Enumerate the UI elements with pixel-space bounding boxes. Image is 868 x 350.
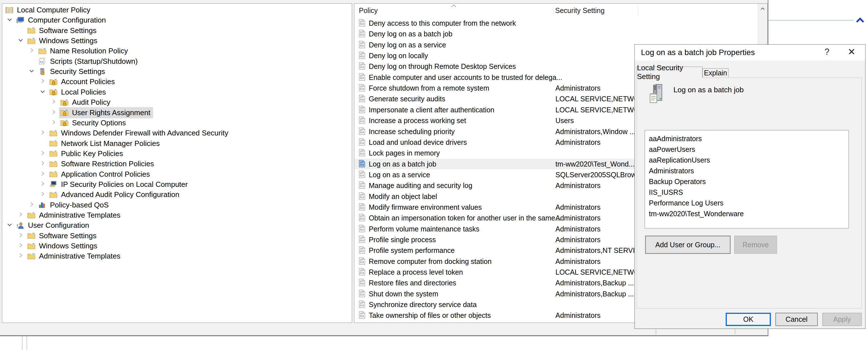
tree-item-scripts-startup-shutdown[interactable]: Scripts (Startup/Shutdown) xyxy=(2,56,352,66)
policy-doc-icon: 10010 xyxy=(358,149,366,157)
policy-name: Increase scheduling priority xyxy=(369,128,455,136)
policy-row-deny-log-on-as-a-batch-job[interactable]: 10010Deny log on as a batch job xyxy=(355,29,758,39)
tree-item-label: Administrative Templates xyxy=(39,211,121,220)
qos-icon xyxy=(38,201,46,209)
chevron-collapsed-icon[interactable] xyxy=(39,77,46,85)
tree-item-account-policies[interactable]: Account Policies xyxy=(2,76,352,86)
member-item-performance-log-users[interactable]: Performance Log Users xyxy=(649,198,848,208)
svg-text:010: 010 xyxy=(360,153,364,156)
user-icon xyxy=(16,222,25,229)
policy-name: Deny log on locally xyxy=(369,52,428,60)
svg-text:010: 010 xyxy=(360,142,364,145)
tree-item-windows-settings[interactable]: Windows Settings xyxy=(2,35,352,45)
member-item-administrators[interactable]: Administrators xyxy=(649,165,848,176)
remove-button[interactable]: Remove xyxy=(734,236,777,254)
tab-local-security-setting[interactable]: Local Security Setting xyxy=(637,67,703,77)
member-item-aaadministrators[interactable]: aaAdministrators xyxy=(649,133,848,144)
tree-item-software-settings[interactable]: Software Settings xyxy=(2,230,352,240)
tree-item-policy-based-qos[interactable]: Policy-based QoS xyxy=(2,199,352,210)
tree-item-administrative-templates[interactable]: Administrative Templates xyxy=(2,210,352,220)
member-item-tm-ww2020-test-wonderware[interactable]: tm-ww2020\Test_Wonderware xyxy=(649,208,848,219)
chevron-collapsed-icon[interactable] xyxy=(28,46,35,54)
tree-item-user-configuration[interactable]: User Configuration xyxy=(2,220,352,230)
chevron-collapsed-icon[interactable] xyxy=(39,159,46,167)
tree-item-label: Application Control Policies xyxy=(61,170,150,179)
chevron-expanded-icon[interactable] xyxy=(6,221,13,228)
chevron-collapsed-icon[interactable] xyxy=(28,201,35,208)
tree-item-security-settings[interactable]: Security Settings xyxy=(2,66,352,76)
chevron-collapsed-icon[interactable] xyxy=(39,149,46,157)
chevron-collapsed-icon[interactable] xyxy=(39,180,46,187)
security-setting-value: Administrators xyxy=(555,236,600,244)
chevron-collapsed-icon[interactable] xyxy=(50,98,57,105)
policy-doc-icon: 10010 xyxy=(358,279,366,286)
tree-item-ip-security-policies-on-local-computer[interactable]: IP Security Policies on Local Computer xyxy=(2,179,352,189)
tree-item-public-key-policies[interactable]: Public Key Policies xyxy=(2,148,352,158)
dialog-titlebar[interactable]: Log on as a batch job Properties ? ✕ xyxy=(635,44,865,61)
tree-item-administrative-templates[interactable]: Administrative Templates xyxy=(2,250,352,260)
tree-item-windows-settings[interactable]: Windows Settings xyxy=(2,240,352,250)
chevron-expanded-icon[interactable] xyxy=(39,88,46,95)
policy-doc-icon: 10010 xyxy=(358,300,366,308)
chevron-expanded-icon[interactable] xyxy=(6,16,13,23)
ok-button[interactable]: OK xyxy=(726,313,771,326)
chevron-collapsed-icon[interactable] xyxy=(39,190,46,198)
tree-item-windows-defender-firewall-with-advanced-security[interactable]: Windows Defender Firewall with Advanced … xyxy=(2,127,352,137)
member-item-aareplicationusers[interactable]: aaReplicationUsers xyxy=(649,155,848,165)
policy-doc-icon: 10010 xyxy=(358,105,366,114)
close-button[interactable]: ✕ xyxy=(848,46,856,57)
policy-doc-icon: 10010 xyxy=(358,181,366,189)
background-scroll-up-icon[interactable] xyxy=(855,16,866,25)
tree-item-application-control-policies[interactable]: Application Control Policies xyxy=(2,168,352,179)
scrollbar-up-icon[interactable] xyxy=(758,4,768,13)
member-item-aapowerusers[interactable]: aaPowerUsers xyxy=(649,144,848,155)
chevron-collapsed-icon[interactable] xyxy=(50,108,57,116)
chevron-collapsed-icon[interactable] xyxy=(17,231,24,239)
chevron-collapsed-icon[interactable] xyxy=(39,129,46,136)
security-setting-value: Administrators,Backup ... xyxy=(555,279,634,287)
chevron-collapsed-icon[interactable] xyxy=(39,170,46,177)
tree-item-label: Name Resolution Policy xyxy=(50,46,128,55)
policy-name: Log on as a batch job xyxy=(369,160,436,168)
add-user-or-group-button[interactable]: Add User or Group... xyxy=(645,236,731,254)
policy-name: Enable computer and user accounts to be … xyxy=(369,73,562,82)
cancel-button[interactable]: Cancel xyxy=(775,313,818,326)
tree-item-user-rights-assignment[interactable]: User Rights Assignment xyxy=(2,107,352,117)
tree-item-label: Local Policies xyxy=(61,88,106,97)
tree-item-network-list-manager-policies[interactable]: Network List Manager Policies xyxy=(2,138,352,148)
chevron-expanded-icon[interactable] xyxy=(28,67,35,74)
tree-item-label: Administrative Templates xyxy=(39,252,121,260)
policy-name: Synchronize directory service data xyxy=(369,300,477,309)
policy-name: Manage auditing and security log xyxy=(369,182,472,190)
member-listbox[interactable]: aaAdministratorsaaPowerUsersaaReplicatio… xyxy=(645,130,849,228)
tree-item-audit-policy[interactable]: Audit Policy xyxy=(2,97,352,107)
tree-item-advanced-audit-policy-configuration[interactable]: Advanced Audit Policy Configuration xyxy=(2,189,352,199)
security-setting-value: Administrators,Backup ... xyxy=(555,290,634,298)
tab-explain[interactable]: Explain xyxy=(703,68,728,77)
tree-item-local-computer-policy[interactable]: Local Computer Policy xyxy=(2,4,352,14)
tree-item-software-settings[interactable]: Software Settings xyxy=(2,25,352,35)
tree-item-computer-configuration[interactable]: Computer Configuration xyxy=(2,14,352,25)
chevron-collapsed-icon[interactable] xyxy=(17,211,24,218)
policy-name: Modify an object label xyxy=(369,192,437,201)
policy-row-deny-access-to-this-computer-from-the-ne[interactable]: 10010Deny access to this computer from t… xyxy=(355,18,758,29)
chevron-collapsed-icon[interactable] xyxy=(17,252,24,259)
chevron-collapsed-icon[interactable] xyxy=(17,242,24,249)
tree-item-security-options[interactable]: Security Options xyxy=(2,117,352,127)
security-setting-value: LOCAL SERVICE,NETWO... xyxy=(555,268,639,276)
member-item-iis-iusrs[interactable]: IIS_IUSRS xyxy=(649,187,848,198)
scroll-icon xyxy=(5,6,13,14)
member-item-backup-operators[interactable]: Backup Operators xyxy=(649,176,848,187)
chevron-expanded-icon[interactable] xyxy=(17,36,24,44)
tree-item-software-restriction-policies[interactable]: Software Restriction Policies xyxy=(2,158,352,168)
tree-item-label: Scripts (Startup/Shutdown) xyxy=(50,57,138,66)
policy-doc-icon: 10010 xyxy=(358,30,366,37)
chevron-collapsed-icon[interactable] xyxy=(50,119,57,126)
policy-doc-icon: 10010 xyxy=(358,51,366,59)
tree-item-label: Software Settings xyxy=(39,26,97,35)
tree-item-local-policies[interactable]: Local Policies xyxy=(2,86,352,97)
help-button[interactable]: ? xyxy=(825,47,829,57)
security-setting-value: Administrators,NT SERVI... xyxy=(555,246,639,255)
tree-item-name-resolution-policy[interactable]: Name Resolution Policy xyxy=(2,45,352,55)
apply-button[interactable]: Apply xyxy=(822,313,862,326)
